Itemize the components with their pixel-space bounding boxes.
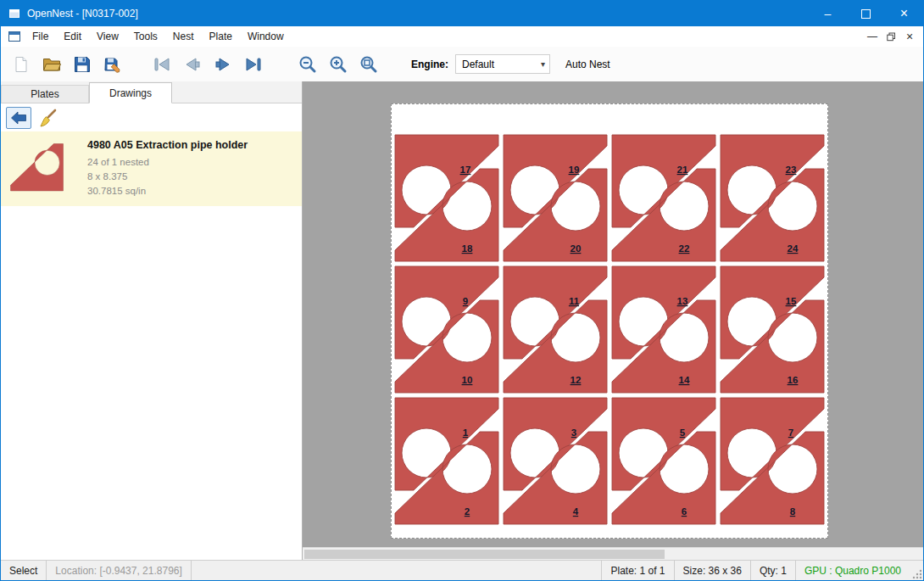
part-number-label: 12 [571, 375, 582, 385]
tab-plates[interactable]: Plates [1, 85, 89, 103]
status-size: Size: 36 x 36 [674, 561, 750, 580]
tab-drawings[interactable]: Drawings [89, 82, 172, 103]
nest-pair[interactable]: 1516 [721, 266, 824, 393]
last-plate-button[interactable] [238, 51, 269, 78]
part-number-label: 20 [571, 243, 582, 254]
scrollbar-thumb[interactable] [304, 550, 665, 559]
open-file-icon [42, 54, 62, 75]
mdi-document-icon[interactable] [8, 30, 21, 43]
nest-pair[interactable]: 56 [612, 398, 715, 524]
previous-plate-button[interactable] [177, 51, 208, 78]
engine-value: Default [462, 59, 494, 70]
part-number-label: 13 [677, 296, 688, 306]
menu-edit[interactable]: Edit [56, 27, 89, 46]
part-number-label: 3 [571, 427, 576, 438]
drawing-dimensions: 8 x 8.375 [87, 170, 248, 184]
menu-window[interactable]: Window [240, 27, 292, 46]
part-number-label: 10 [462, 375, 473, 385]
drawing-title: 4980 A05 Extraction pipe holder [87, 139, 248, 151]
menu-tools[interactable]: Tools [126, 27, 165, 46]
part-number-label: 2 [465, 506, 470, 517]
nest-pair[interactable]: 12 [395, 398, 498, 524]
title-bar[interactable]: OpenNest - [N0317-002] – × [1, 1, 923, 26]
part-number-label: 8 [790, 506, 796, 517]
nest-pair[interactable]: 910 [395, 266, 498, 393]
status-location: Location: [-0.9437, 21.8796] [47, 561, 191, 580]
nest-pair[interactable]: 1112 [504, 266, 607, 393]
zoom-fit-button[interactable] [353, 51, 384, 78]
drawing-list-item[interactable]: 4980 A05 Extraction pipe holder 24 of 1 … [1, 131, 302, 206]
back-to-plates-button[interactable] [6, 107, 31, 129]
menu-nest[interactable]: Nest [165, 27, 202, 46]
zoom-in-icon [328, 54, 348, 75]
nest-pair[interactable]: 34 [504, 398, 607, 524]
engine-select[interactable]: Default ▾ [455, 54, 550, 74]
mdi-restore-icon[interactable] [884, 30, 898, 43]
status-qty: Qty: 1 [750, 561, 795, 580]
menu-file[interactable]: File [25, 27, 56, 46]
part-number-label: 23 [786, 165, 797, 175]
app-icon [8, 7, 21, 20]
window-title: OpenNest - [N0317-002] [27, 8, 138, 20]
new-file-button[interactable] [6, 51, 36, 78]
horizontal-scrollbar[interactable] [303, 547, 923, 561]
part-number-label: 11 [569, 296, 580, 306]
nest-pair[interactable]: 78 [721, 398, 824, 524]
minimize-button[interactable]: – [809, 1, 847, 26]
part-thumbnail [9, 142, 64, 192]
new-file-icon [12, 55, 31, 74]
minimize-icon: – [825, 7, 832, 20]
drawing-nested-count: 24 of 1 nested [87, 155, 248, 170]
zoom-out-icon [298, 54, 318, 75]
mdi-minimize-icon[interactable]: — [866, 30, 879, 43]
close-button[interactable]: × [885, 1, 923, 26]
nest-plate[interactable]: 171819202122232491011121314151612345678 [391, 103, 828, 539]
tab-strip: Plates Drawings [1, 81, 302, 103]
previous-plate-icon [182, 55, 203, 74]
nest-pair[interactable]: 2324 [721, 135, 824, 261]
engine-label: Engine: [411, 59, 448, 70]
next-plate-button[interactable] [208, 51, 238, 78]
back-to-plates-icon [9, 109, 28, 127]
mdi-close-icon[interactable]: × [903, 30, 916, 43]
part-number-label: 5 [680, 427, 686, 438]
save-as-button[interactable] [97, 51, 128, 78]
zoom-fit-icon [359, 54, 379, 75]
part-number-label: 1 [463, 427, 469, 438]
resize-grip[interactable] [910, 561, 923, 580]
auto-nest-button[interactable]: Auto Nest [565, 59, 610, 70]
zoom-in-button[interactable] [323, 51, 353, 78]
main-toolbar: Engine: Default ▾ Auto Nest [1, 47, 923, 82]
status-plate: Plate: 1 of 1 [601, 561, 673, 580]
menu-plate[interactable]: Plate [202, 27, 240, 46]
drawing-area: 30.7815 sq/in [87, 184, 248, 198]
menu-bar: File Edit View Tools Nest Plate Window —… [1, 26, 923, 47]
save-icon [73, 55, 92, 74]
nest-pair[interactable]: 1718 [395, 135, 498, 261]
last-plate-icon [243, 55, 264, 74]
part-number-label: 6 [682, 506, 687, 517]
first-plate-icon [152, 55, 172, 74]
part-number-label: 16 [788, 375, 799, 385]
menu-view[interactable]: View [89, 27, 126, 46]
status-bar: Select Location: [-0.9437, 21.8796] Plat… [1, 560, 923, 580]
save-as-icon [103, 55, 122, 74]
part-number-label: 15 [786, 296, 797, 306]
status-mode: Select [1, 561, 47, 580]
nest-canvas[interactable]: 171819202122232491011121314151612345678 [303, 81, 923, 561]
next-plate-icon [213, 55, 233, 74]
clear-drawings-button[interactable] [36, 107, 61, 129]
open-file-button[interactable] [36, 51, 67, 78]
nest-pair[interactable]: 1920 [504, 135, 607, 261]
nest-pair[interactable]: 2122 [612, 135, 715, 261]
zoom-out-button[interactable] [292, 51, 323, 78]
maximize-button[interactable] [847, 1, 885, 26]
part-number-label: 4 [573, 506, 579, 517]
drawing-list-empty-area [1, 206, 302, 561]
save-button[interactable] [67, 51, 97, 78]
part-number-label: 14 [679, 375, 690, 385]
nest-pair[interactable]: 1314 [612, 266, 715, 393]
close-icon: × [900, 7, 908, 20]
opennest-window: OpenNest - [N0317-002] – × File Edit Vie… [0, 0, 924, 581]
first-plate-button[interactable] [147, 51, 177, 78]
